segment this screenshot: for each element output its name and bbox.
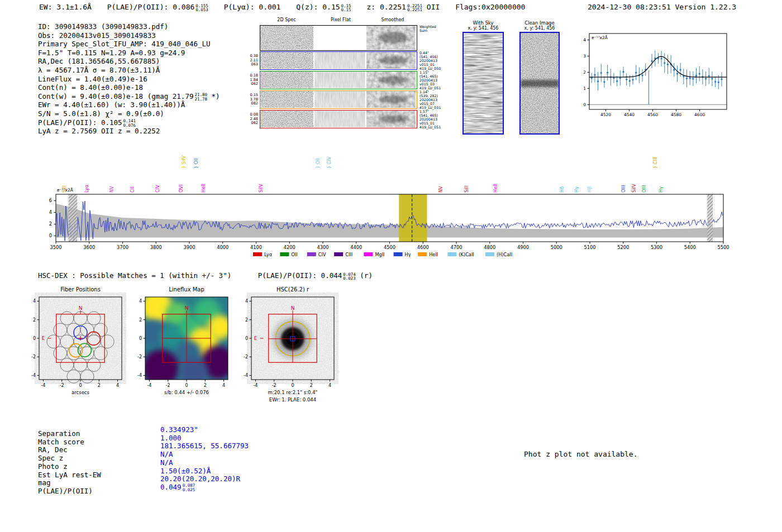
match-field-label: Match score — [38, 438, 84, 446]
svg-text:4600: 4600 — [417, 245, 429, 250]
match-field-value: 1.000 — [160, 434, 182, 442]
match-summary: HSC-DEX : Possible Matches = 1 (within +… — [38, 271, 231, 280]
clean-image — [519, 32, 560, 135]
legend-swatch — [280, 252, 289, 256]
qz-uncertainty: 0.150.15 — [341, 4, 351, 12]
spec2d-row-meta: 1.15"(541, 465)20200413v015_03419_LU_051 — [419, 71, 454, 90]
svg-text:0: 0 — [49, 233, 52, 238]
info-line: EWr = 4.40(±1.60) (w: 3.90(±1.40))Å — [38, 100, 220, 109]
ew-value: EW: 3.1±1.6Å — [39, 3, 92, 11]
info-line: LyA z = 2.7569 OII z = 0.2252 — [38, 127, 220, 136]
svg-text:4520: 4520 — [600, 112, 611, 117]
info-line: S/N = 5.0(±1.8) χ² = 0.9(±0.0) — [38, 109, 220, 118]
svg-text:-2: -2 — [60, 383, 64, 388]
svg-text:5400: 5400 — [684, 245, 696, 250]
cutout-title: HSC(26.2) r — [276, 286, 309, 293]
spec2d-2d-image — [260, 52, 313, 69]
spec2d-column-title: Pixel Flat — [331, 17, 351, 22]
svg-text:0: 0 — [185, 383, 188, 388]
spec2d-pixelflat-image — [314, 71, 365, 88]
legend-swatch — [334, 252, 343, 256]
svg-text:2: 2 — [310, 383, 313, 388]
spec2d-row-meta: WeightedSum — [419, 25, 454, 33]
match-plae-value: P(LAE)/P(OII): 0.044 — [258, 271, 342, 280]
emission-line-label: } CIV — [326, 156, 332, 169]
emission-line-label: SiIV — [258, 184, 264, 193]
svg-text:4: 4 — [49, 209, 52, 215]
svg-text:4200: 4200 — [284, 245, 295, 250]
legend-swatch — [394, 252, 403, 256]
svg-text:-2: -2 — [166, 383, 170, 388]
svg-text:4500: 4500 — [384, 245, 395, 250]
legend-label: CIV — [318, 252, 326, 257]
svg-text:5500: 5500 — [717, 245, 729, 250]
legend-swatch — [485, 252, 494, 256]
emission-line-label: OVI — [178, 185, 184, 193]
svg-text:0: 0 — [79, 383, 82, 388]
svg-text:4600: 4600 — [694, 112, 705, 117]
spec2d-2d-image — [260, 71, 313, 88]
spec2d-row — [260, 51, 417, 70]
svg-text:0: 0 — [245, 336, 248, 341]
spec2d-smoothed-image — [366, 26, 416, 50]
spec2d-row-weights: 0.382.11063 — [247, 51, 258, 70]
svg-text:4700: 4700 — [450, 245, 462, 250]
match-field-label: P(LAE)/P(OII) — [38, 487, 93, 495]
cutout-title: Lineflux Map — [169, 286, 204, 293]
svg-text:4800: 4800 — [484, 245, 495, 250]
legend-label: Hγ — [405, 252, 411, 257]
emission-line-label: NV — [438, 186, 444, 193]
spec2d-pixelflat-image — [314, 26, 365, 50]
lineflux-map-plot: N-4-4-2-2002244Lineflux Maps/b: 0.44 +/-… — [132, 284, 238, 403]
svg-text:-4: -4 — [253, 383, 258, 388]
svg-text:5100: 5100 — [584, 245, 595, 250]
full-spectrum-plot: 3500360037003800390040004100420043004400… — [34, 146, 754, 265]
svg-text:4560: 4560 — [647, 112, 658, 117]
emission-line-label: HeII — [493, 184, 498, 193]
with-sky-image — [462, 32, 504, 135]
svg-text:4: 4 — [245, 299, 248, 304]
clean-image-title: Clean Image — [519, 20, 560, 26]
emission-line-label: NV — [109, 186, 115, 193]
qz-value: Q(z): 0.15 — [296, 3, 340, 11]
uncertainty-frac: 0.1410.076 — [123, 119, 136, 127]
info-line: Obs: 20200413v015_3090149833 — [38, 31, 220, 40]
spec2d-row-weights: 0.082.48062 — [247, 110, 258, 128]
svg-text:4: 4 — [139, 299, 142, 304]
emission-line-label: } OII — [315, 158, 321, 169]
plae-poii-value: P(LAE)/P(OII): 0.086 — [107, 3, 195, 11]
svg-text:2: 2 — [245, 318, 248, 323]
svg-text:4000: 4000 — [217, 245, 228, 250]
match-field-value: 0.334923" — [160, 425, 198, 434]
info-line: RA,Dec (181.365646,55.667885) — [38, 57, 220, 66]
with-sky-panel: With Sky x, y: 541, 456 — [462, 20, 504, 135]
header-summary: EW: 3.1±1.6Å P(LAE)/P(OII): 0.0860.1550.… — [39, 3, 525, 12]
legend-swatch — [253, 252, 262, 256]
svg-text:4: 4 — [116, 383, 119, 388]
svg-text:2: 2 — [583, 70, 586, 75]
spec2d-row-meta: 1.57"(541, 465)20200413v015_01419_LU_051 — [419, 110, 454, 130]
info-line: Cont(w) = 9.40(±0.08)e-18 (gmag 21.7921.… — [38, 92, 220, 101]
error-envelope — [56, 204, 723, 238]
plae-uncertainty: 0.1550.053 — [196, 4, 208, 12]
match-field-label: RA, Dec — [38, 445, 68, 454]
svg-text:4400: 4400 — [350, 245, 362, 250]
legend-label: (K)CaII — [459, 252, 474, 257]
detection-highlight-band — [399, 194, 427, 242]
emission-line-label: } CIII — [652, 157, 658, 169]
compass-east: E — [42, 336, 45, 341]
emission-line-label: OIII — [621, 185, 626, 193]
z-value: z: 0.2251 — [366, 3, 406, 11]
svg-text:-2: -2 — [272, 383, 276, 388]
emission-line-label: OIII — [641, 185, 647, 193]
fiber-positions-plot: NE-4-4-2-2002244Fiber Positionsarcsecs — [26, 284, 132, 403]
svg-text:3: 3 — [583, 54, 586, 59]
spec2d-smoothed-image — [366, 91, 416, 108]
spec2d-pixelflat-image — [314, 91, 365, 108]
cutout-title: Fiber Positions — [60, 286, 101, 293]
emission-line-label: Lyα — [84, 185, 89, 193]
spec2d-2d-image — [260, 91, 313, 108]
svg-text:3700: 3700 — [117, 245, 128, 250]
legend-swatch — [307, 252, 316, 256]
spec2d-smoothed-image — [366, 111, 416, 127]
